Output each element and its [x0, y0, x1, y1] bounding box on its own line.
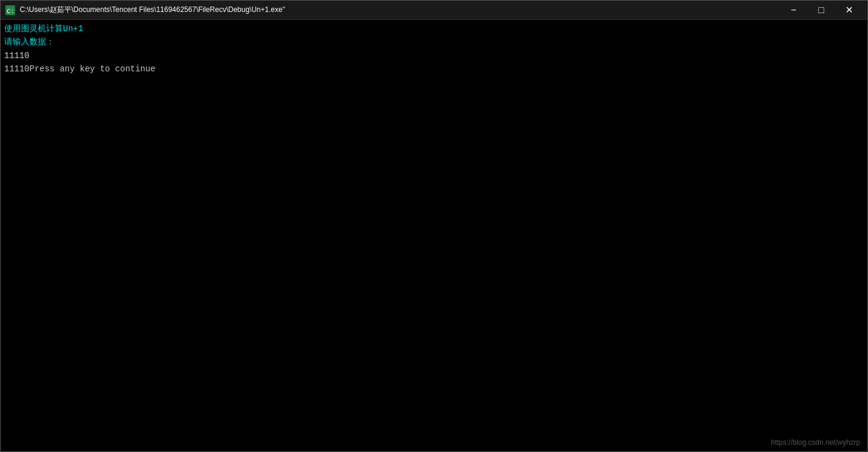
console-line-1: 使用图灵机计算Un+1	[4, 22, 864, 35]
maximize-button[interactable]: □	[807, 1, 835, 20]
svg-text:C:\: C:\	[7, 8, 15, 15]
window-controls: − □ ✕	[780, 1, 863, 20]
console-line-2: 请输入数据：	[4, 35, 864, 49]
title-bar: C:\ C:\Users\赵茹平\Documents\Tencent Files…	[1, 1, 867, 20]
cmd-icon: C:\	[5, 5, 15, 15]
console-line-4: 11110Press any key to continue	[4, 62, 864, 76]
window-title: C:\Users\赵茹平\Documents\Tencent Files\116…	[20, 5, 780, 15]
console-window: C:\ C:\Users\赵茹平\Documents\Tencent Files…	[0, 0, 868, 452]
watermark: https://blog.csdn.net/wyhzrp	[771, 438, 860, 447]
close-button[interactable]: ✕	[835, 1, 863, 20]
minimize-button[interactable]: −	[780, 1, 807, 20]
console-body: 使用图灵机计算Un+1 请输入数据： 11110 11110Press any …	[1, 20, 867, 451]
console-line-3: 11110	[4, 49, 864, 62]
